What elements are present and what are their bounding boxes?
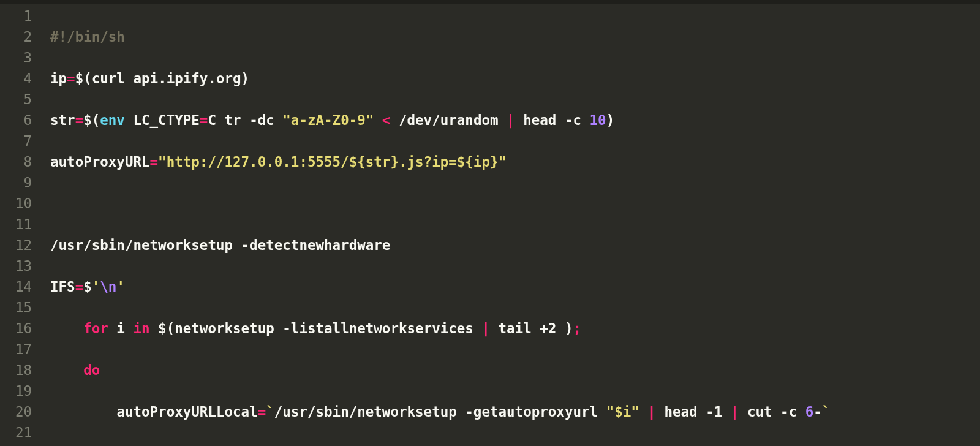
operator: = — [258, 404, 266, 420]
var-name: IFS — [50, 279, 75, 295]
var-name: ip — [50, 70, 67, 86]
code-line: IFS=$'\n' — [50, 276, 980, 297]
code-line: ip=$(curl api.ipify.org) — [50, 68, 980, 89]
operator: | — [507, 112, 515, 128]
var: i — [108, 320, 134, 336]
command: head — [515, 112, 565, 128]
line-number: 13 — [0, 255, 43, 276]
delim: $( — [75, 70, 92, 86]
line-number: 15 — [0, 297, 43, 318]
keyword: in — [133, 320, 158, 336]
line-number: 4 — [0, 68, 43, 89]
line-number: 5 — [0, 89, 43, 110]
line-number: 8 — [0, 151, 43, 172]
operator: ; — [573, 320, 581, 336]
line-number: 14 — [0, 276, 43, 297]
code-line: do — [50, 360, 980, 380]
operator: | — [481, 320, 490, 336]
operator: | — [731, 404, 739, 420]
number: 10 — [590, 112, 606, 128]
command: /usr/sbin/networksetup — [274, 404, 466, 420]
delim: ) — [241, 70, 250, 86]
line-number: 10 — [0, 193, 43, 214]
value: C — [208, 112, 224, 128]
code-line: #!/bin/sh — [50, 26, 980, 47]
var-name: autoProxyURL — [50, 154, 150, 170]
var-name: str — [50, 112, 75, 128]
shebang-comment: #!/bin/sh — [50, 29, 125, 45]
line-number: 19 — [0, 380, 43, 401]
builtin: env — [100, 112, 125, 128]
var-name: autoProxyURLLocal — [116, 404, 257, 420]
path: /dev/urandom — [399, 112, 507, 128]
code-area[interactable]: #!/bin/sh ip=$(curl api.ipify.org) str=$… — [43, 4, 980, 446]
code-line: str=$(env LC_CTYPE=C tr -dc "a-zA-Z0-9" … — [50, 110, 980, 130]
backtick: ` — [822, 404, 831, 420]
code-line: /usr/sbin/networksetup -detectnewhardwar… — [50, 235, 980, 255]
delim: $( — [158, 320, 175, 336]
keyword: for — [83, 320, 108, 336]
operator: = — [150, 154, 159, 170]
line-number: 6 — [0, 110, 43, 130]
code-line: autoProxyURLLocal=`/usr/sbin/networksetu… — [50, 401, 980, 422]
env-var: LC_CTYPE — [133, 112, 199, 128]
flag: -detectnewhardware — [241, 237, 391, 253]
line-number: 17 — [0, 339, 43, 360]
flag: +2 — [540, 320, 565, 336]
flag: -listallnetworkservices — [282, 320, 481, 336]
line-number: 11 — [0, 214, 43, 235]
delim: ) — [606, 112, 615, 128]
line-number: 3 — [0, 47, 43, 68]
operator: = — [75, 112, 84, 128]
flag: -getautoproxyurl — [465, 404, 606, 420]
string: ' — [116, 279, 125, 295]
command: networksetup — [175, 320, 282, 336]
delim: $( — [83, 112, 100, 128]
number: 6 — [805, 404, 814, 420]
code-line: autoProxyURL="http://127.0.0.1:5555/${st… — [50, 151, 980, 172]
dash: - — [813, 404, 822, 420]
operator: < — [374, 112, 399, 128]
escape: \n — [100, 279, 116, 295]
code-line: for i in $(networksetup -listallnetworks… — [50, 318, 980, 339]
line-number: 12 — [0, 235, 43, 255]
code-line — [50, 193, 980, 214]
keyword: do — [83, 362, 100, 378]
string: ' — [92, 279, 100, 295]
delim: $ — [83, 279, 92, 295]
line-number: 16 — [0, 318, 43, 339]
flag: -c — [565, 112, 590, 128]
command: curl api.ipify.org — [92, 70, 241, 86]
string: "http://127.0.0.1:5555/${str}.js?ip=${ip… — [158, 154, 507, 170]
operator: = — [75, 279, 84, 295]
command: head — [656, 404, 706, 420]
flag: -c — [780, 404, 805, 420]
operator: = — [200, 112, 208, 128]
line-number: 1 — [0, 6, 43, 26]
flag: -1 — [706, 404, 731, 420]
line-number: 7 — [0, 130, 43, 151]
command: /usr/sbin/networksetup — [50, 237, 241, 253]
string: "a-zA-Z0-9" — [282, 112, 374, 128]
command: tr — [224, 112, 249, 128]
delim: ) — [565, 320, 573, 336]
line-number-gutter: 1 2 3 4 5 6 7 8 9 10 11 12 13 14 15 16 1… — [0, 4, 43, 446]
string: "$i" — [606, 404, 648, 420]
line-number: 21 — [0, 422, 43, 443]
command: cut — [739, 404, 780, 420]
line-number: 2 — [0, 26, 43, 47]
code-line: echo "$i Proxy set to $autoProxyURLLocal… — [50, 443, 980, 446]
operator: | — [647, 404, 656, 420]
operator: = — [67, 70, 75, 86]
line-number: 9 — [0, 172, 43, 193]
flag: -dc — [249, 112, 282, 128]
backtick: ` — [266, 404, 274, 420]
line-number: 18 — [0, 360, 43, 380]
code-editor[interactable]: 1 2 3 4 5 6 7 8 9 10 11 12 13 14 15 16 1… — [0, 4, 980, 446]
command: tail — [490, 320, 540, 336]
line-number: 20 — [0, 401, 43, 422]
tab-bar — [0, 0, 980, 4]
